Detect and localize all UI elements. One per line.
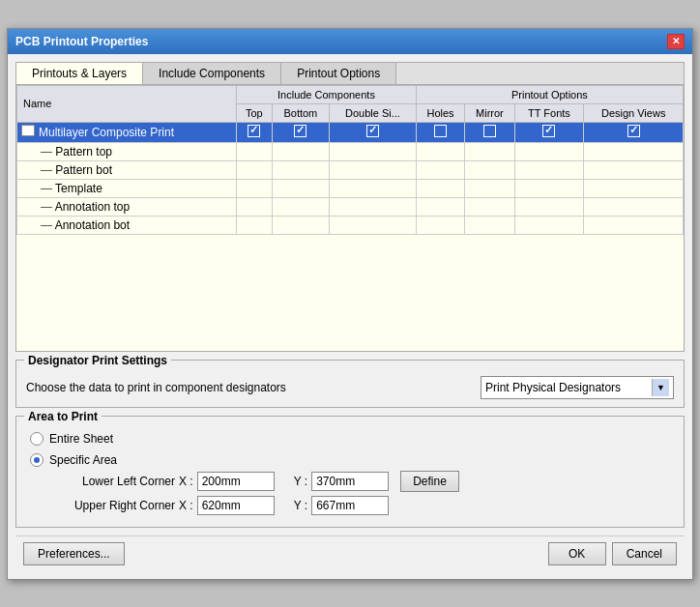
col-design-views: Design Views — [584, 103, 684, 122]
upper-right-x-label: X : — [179, 499, 193, 512]
table-empty-cell — [416, 179, 464, 197]
main-window: PCB Printout Properties ✕ Printouts & La… — [7, 28, 693, 580]
table-row[interactable]: — Annotation bot — [17, 216, 684, 234]
dropdown-arrow-icon: ▼ — [652, 379, 669, 396]
col-tt-fonts: TT Fonts — [514, 103, 584, 122]
check-double_sided[interactable] — [330, 122, 417, 142]
check-top[interactable] — [237, 122, 272, 142]
specific-area-radio[interactable] — [30, 453, 44, 467]
printout-options-header: Printout Options — [416, 85, 683, 103]
tab-section: Printouts & Layers Include Components Pr… — [15, 62, 685, 352]
lower-left-y-group: Y : — [294, 472, 389, 491]
entire-sheet-radio[interactable] — [30, 432, 44, 446]
table-empty-cell — [514, 197, 584, 216]
designator-row: Choose the data to print in component de… — [26, 376, 674, 399]
table-empty-cell — [584, 216, 684, 234]
designator-dropdown-value: Print Physical Designators — [485, 381, 652, 394]
table-empty-cell — [514, 216, 584, 234]
table-empty-cell — [465, 160, 514, 179]
area-section-label: Area to Print — [24, 410, 102, 423]
table-empty-cell — [465, 179, 514, 197]
include-components-header: Include Components — [237, 85, 417, 103]
table-empty-cell — [584, 197, 684, 216]
designator-section-label: Designator Print Settings — [24, 354, 171, 367]
table-row[interactable]: Multilayer Composite Print — [17, 122, 684, 142]
table-name-cell: — Template — [17, 179, 237, 197]
table-empty-cell — [330, 216, 417, 234]
table-container: Name Include Components Printout Options… — [16, 85, 684, 351]
upper-right-y-group: Y : — [294, 496, 389, 515]
table-empty-cell — [514, 142, 584, 160]
table-empty-cell — [416, 197, 464, 216]
window-title: PCB Printout Properties — [15, 35, 148, 48]
table-empty-cell — [465, 197, 514, 216]
table-empty-cell — [330, 160, 417, 179]
entire-sheet-label: Entire Sheet — [49, 432, 113, 446]
check-design_views[interactable] — [584, 122, 684, 142]
table-empty-cell — [237, 179, 272, 197]
lower-left-row: Lower Left Corner X : Y : Define — [26, 471, 674, 492]
col-mirror: Mirror — [465, 103, 514, 122]
designator-dropdown[interactable]: Print Physical Designators ▼ — [481, 376, 674, 399]
table-empty-cell — [514, 160, 584, 179]
table-name-cell: — Pattern bot — [17, 160, 237, 179]
designator-choose-label: Choose the data to print in component de… — [26, 381, 286, 394]
entire-sheet-row: Entire Sheet — [30, 432, 674, 446]
check-holes[interactable] — [416, 122, 464, 142]
table-empty-cell — [584, 142, 684, 160]
bottom-bar: Preferences... OK Cancel — [15, 535, 685, 571]
table-empty-cell — [237, 142, 272, 160]
table-empty-cell — [416, 160, 464, 179]
table-row[interactable]: — Pattern top — [17, 142, 684, 160]
lower-left-y-label: Y : — [294, 475, 307, 488]
cancel-button[interactable]: Cancel — [612, 542, 677, 565]
title-controls: ✕ — [667, 34, 685, 49]
table-empty-cell — [272, 179, 330, 197]
col-double-sided: Double Si... — [330, 103, 417, 122]
upper-right-x-group: X : — [179, 496, 275, 515]
upper-right-y-input[interactable] — [311, 496, 389, 515]
close-button[interactable]: ✕ — [667, 34, 685, 49]
printout-table: Name Include Components Printout Options… — [16, 85, 684, 235]
table-name-cell: — Annotation top — [17, 197, 237, 216]
ok-button[interactable]: OK — [548, 542, 606, 565]
lower-left-label: Lower Left Corner — [49, 475, 175, 488]
table-name-cell: — Annotation bot — [17, 216, 237, 234]
table-empty-cell — [272, 197, 330, 216]
table-row[interactable]: — Template — [17, 179, 684, 197]
specific-area-row: Specific Area — [30, 453, 674, 467]
area-section: Area to Print Entire Sheet Specific Area… — [15, 416, 685, 528]
table-empty-cell — [416, 216, 464, 234]
table-row[interactable]: — Pattern bot — [17, 160, 684, 179]
content-area: Printouts & Layers Include Components Pr… — [8, 54, 692, 579]
check-tt_fonts[interactable] — [514, 122, 584, 142]
tab-include-components[interactable]: Include Components — [143, 63, 281, 84]
upper-right-x-input[interactable] — [197, 496, 275, 515]
table-name-cell: Multilayer Composite Print — [17, 122, 237, 142]
tab-printout-options[interactable]: Printout Options — [281, 63, 396, 84]
check-bottom[interactable] — [272, 122, 330, 142]
table-empty-cell — [465, 142, 514, 160]
upper-right-y-label: Y : — [294, 499, 307, 512]
lower-left-x-label: X : — [179, 475, 193, 488]
table-empty-cell — [330, 179, 417, 197]
table-empty-cell — [237, 216, 272, 234]
preferences-button[interactable]: Preferences... — [23, 542, 125, 565]
title-bar: PCB Printout Properties ✕ — [8, 29, 692, 54]
table-name-cell: — Pattern top — [17, 142, 237, 160]
designator-section: Designator Print Settings Choose the dat… — [15, 360, 685, 408]
table-empty-cell — [330, 142, 417, 160]
col-holes: Holes — [416, 103, 464, 122]
col-name: Name — [17, 85, 237, 122]
table-row[interactable]: — Annotation top — [17, 197, 684, 216]
lower-left-x-input[interactable] — [197, 472, 275, 491]
check-mirror[interactable] — [465, 122, 514, 142]
table-empty-cell — [272, 216, 330, 234]
table-empty-cell — [272, 142, 330, 160]
upper-right-label: Upper Right Corner — [49, 499, 175, 512]
table-empty-cell — [514, 179, 584, 197]
lower-left-y-input[interactable] — [311, 472, 389, 491]
tab-printouts-layers[interactable]: Printouts & Layers — [16, 63, 143, 84]
define-button[interactable]: Define — [400, 471, 459, 492]
specific-area-label: Specific Area — [49, 453, 117, 467]
